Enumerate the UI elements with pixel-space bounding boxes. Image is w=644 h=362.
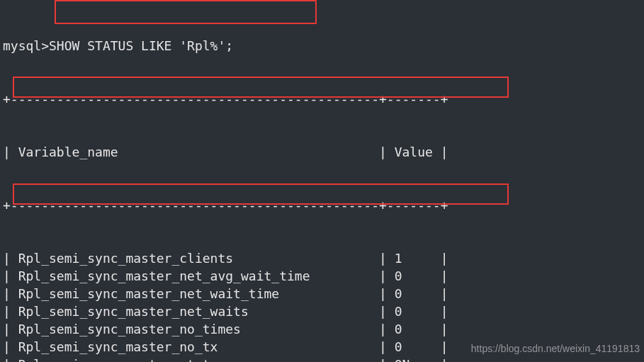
cell-variable: Rpl_semi_sync_master_clients xyxy=(18,249,371,267)
cell-variable: Rpl_semi_sync_master_status xyxy=(18,356,371,362)
cell-value: 0 xyxy=(395,285,441,302)
table-row: | Rpl_semi_sync_master_net_avg_wait_time… xyxy=(3,267,641,285)
terminal-output: mysql> SHOW STATUS LIKE 'Rpl%'; +-------… xyxy=(0,0,644,362)
table-border-mid: +---------------------------------------… xyxy=(3,196,641,214)
cell-value: ON xyxy=(395,356,441,362)
header-value: Value xyxy=(395,143,441,161)
sql-command: SHOW STATUS LIKE 'Rpl%'; xyxy=(49,37,233,55)
cell-value: 1 xyxy=(395,249,441,267)
cell-variable: Rpl_semi_sync_master_no_times xyxy=(18,320,371,338)
cell-value: 0 xyxy=(395,320,441,338)
cell-variable: Rpl_semi_sync_master_no_tx xyxy=(18,338,371,356)
cell-value: 0 xyxy=(395,267,441,285)
prompt: mysql> xyxy=(3,37,49,55)
cell-variable: Rpl_semi_sync_master_net_waits xyxy=(18,302,371,320)
cell-variable: Rpl_semi_sync_master_net_wait_time xyxy=(18,285,371,302)
header-variable: Variable_name xyxy=(18,143,371,161)
table-row: | Rpl_semi_sync_master_no_times | 0 | xyxy=(3,320,641,338)
table-row: | Rpl_semi_sync_master_clients | 1 | xyxy=(3,249,641,267)
table-row: | Rpl_semi_sync_master_net_wait_time | 0… xyxy=(3,285,641,302)
watermark: https://blog.csdn.net/weixin_41191813 xyxy=(471,340,640,358)
cell-variable: Rpl_semi_sync_master_net_avg_wait_time xyxy=(18,267,371,285)
cell-value: 0 xyxy=(395,338,441,356)
prompt-row: mysql> SHOW STATUS LIKE 'Rpl%'; xyxy=(3,37,641,55)
table-row: | Rpl_semi_sync_master_net_waits | 0 | xyxy=(3,302,641,320)
table-border-top: +---------------------------------------… xyxy=(3,90,641,108)
table-header-row: | Variable_name | Value| xyxy=(3,143,641,161)
cell-value: 0 xyxy=(395,302,441,320)
